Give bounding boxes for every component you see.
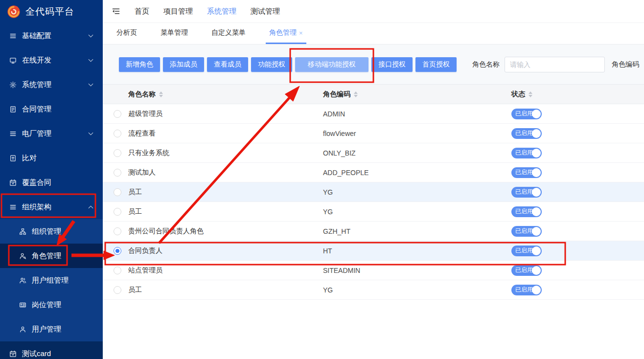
status-toggle[interactable]: 已启用 [511,206,542,217]
tab-label: 角色管理 [269,28,297,37]
role-name-cell: 贵州公司合同负责人角色 [128,227,323,236]
row-radio[interactable] [114,110,121,118]
table-row[interactable]: 贵州公司合同负责人角色 GZH_HT 已启用 [103,222,644,241]
table-row[interactable]: 测试加人 ADD_PEOPLE 已启用 [103,163,644,182]
status-toggle[interactable]: 已启用 [511,265,542,276]
chevron-icon [89,205,93,210]
top-nav-item[interactable]: 测试管理 [251,7,280,16]
top-nav-item[interactable]: 首页 [135,7,149,16]
tab-bar: 分析页 菜单管理 自定义菜单 角色管理 × [103,23,644,45]
status-badge: 已启用 [515,168,533,177]
page-tab[interactable]: 菜单管理 [157,23,191,44]
table-row[interactable]: 超级管理员 ADMIN 已启用 [103,104,644,124]
toggle-knob [532,227,541,236]
table-row[interactable]: 员工 YG 已启用 [103,280,644,300]
role-name-cell: 合同负责人 [128,247,323,255]
row-radio[interactable] [114,188,121,196]
table-row[interactable]: 只有业务系统 ONLY_BIZ 已启用 [103,143,644,163]
table-row[interactable]: 员工 YG 已启用 [103,182,644,202]
column-header-status[interactable]: 状态 [511,90,644,99]
column-header-role-code[interactable]: 角色编码 [323,90,511,99]
status-toggle[interactable]: 已启用 [511,226,542,237]
chevron-icon [89,82,93,87]
sidebar-item[interactable]: 在线开发 [0,48,103,72]
status-cell: 已启用 [511,265,644,276]
column-header-role-name[interactable]: 角色名称 [128,90,323,99]
sidebar-subitem[interactable]: 角色管理 [0,244,103,268]
status-toggle[interactable]: 已启用 [511,128,542,139]
page-tab[interactable]: 角色管理 × [266,23,306,44]
sidebar-item-label: 在线开发 [22,56,89,65]
app-logo[interactable]: 全代码平台 [0,0,103,23]
app-title: 全代码平台 [25,5,74,18]
top-nav-item[interactable]: 系统管理 [207,7,236,16]
toolbar-button[interactable]: 移动端功能授权 [295,57,368,72]
close-icon[interactable]: × [299,30,303,36]
role-code-cell: ONLY_BIZ [323,149,511,157]
top-nav-item[interactable]: 项目管理 [163,7,193,16]
sort-icon[interactable] [159,91,163,97]
table-row[interactable]: 合同负责人 HT 已启用 [103,241,644,261]
role-code-cell: flowViewer [323,130,511,137]
sidebar-item[interactable]: 电厂管理 [0,121,103,146]
calendar-icon [9,350,17,358]
sort-icon[interactable] [529,91,532,97]
toolbar-button[interactable]: 添加成员 [163,57,204,72]
sidebar-item-label: 基础配置 [22,31,89,41]
status-toggle[interactable]: 已启用 [511,285,542,295]
page-tab[interactable]: 分析页 [113,23,140,44]
row-radio[interactable] [114,169,121,177]
status-toggle[interactable]: 已启用 [511,187,542,198]
role-name-filter-input[interactable] [505,57,605,72]
sidebar-subitem[interactable]: 组织管理 [0,219,103,244]
status-cell: 已启用 [511,226,644,237]
toggle-knob [532,207,541,216]
row-radio[interactable] [114,130,121,137]
status-toggle[interactable]: 已启用 [511,109,542,119]
role-name-cell: 员工 [128,188,323,197]
status-badge: 已启用 [515,129,533,137]
row-radio[interactable] [114,149,121,157]
status-toggle[interactable]: 已启用 [511,148,542,158]
sidebar-item[interactable]: 基础配置 [0,23,103,48]
sidebar-subitem[interactable]: 用户管理 [0,317,103,341]
table-row[interactable]: 员工 YG 已启用 [103,202,644,222]
row-radio[interactable] [114,227,121,235]
status-cell: 已启用 [511,246,644,256]
sidebar-item-label: 组织架构 [22,202,89,212]
toolbar-button[interactable]: 接口授权 [371,57,413,72]
status-toggle[interactable]: 已启用 [511,246,542,256]
row-radio[interactable] [114,267,121,274]
toolbar-button[interactable]: 新增角色 [119,57,160,72]
table-row[interactable]: 站点管理员 SITEADMIN 已启用 [103,261,644,280]
sidebar-subitem[interactable]: 岗位管理 [0,292,103,317]
sidebar-subitem[interactable]: 用户组管理 [0,268,103,292]
sidebar-submenu-org: 组织管理 角色管理 用户组管理 岗位管理 [0,219,103,341]
sidebar-item[interactable]: 系统管理 [0,72,103,97]
tab-label: 分析页 [116,28,137,37]
row-radio[interactable] [114,208,121,216]
row-radio[interactable] [114,286,121,294]
sidebar-item[interactable]: 覆盖合同 [0,170,103,195]
sidebar-item[interactable]: 合同管理 [0,97,103,121]
content-panel: 新增角色 添加成员 查看成员 功能授权 移动端功能授权 接口授权 首页授权 角色… [103,45,644,359]
user-group-icon [19,276,26,284]
sidebar-item-label: 测试card [22,349,94,359]
table-row[interactable]: 流程查看 flowViewer 已启用 [103,124,644,143]
toolbar-button[interactable]: 首页授权 [415,57,457,72]
toggle-knob [532,110,541,118]
status-cell: 已启用 [511,285,644,295]
role-name-filter-label: 角色名称 [472,60,500,69]
page-tab[interactable]: 自定义菜单 [208,23,249,44]
menu-icon [9,203,17,211]
status-toggle[interactable]: 已启用 [511,167,542,178]
sort-icon[interactable] [354,91,358,97]
status-badge: 已启用 [515,149,533,157]
sidebar-item[interactable]: 比对 [0,146,103,170]
toolbar-button[interactable]: 查看成员 [207,57,248,72]
row-radio[interactable] [114,247,121,255]
menu-fold-icon[interactable] [112,7,120,16]
sidebar-item-test-card[interactable]: 测试card [0,341,103,359]
sidebar-item[interactable]: 组织架构 [0,195,103,219]
toolbar-button[interactable]: 功能授权 [251,57,292,72]
